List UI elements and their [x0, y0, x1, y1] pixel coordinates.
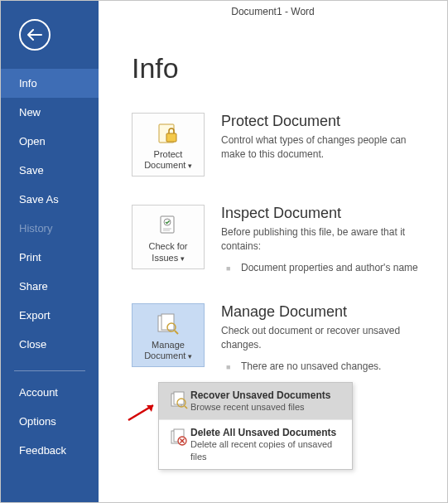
- heading-inspect: Inspect Document: [221, 205, 431, 222]
- sidebar-item-info[interactable]: Info: [1, 69, 99, 98]
- sidebar-item-print[interactable]: Print: [1, 243, 99, 272]
- section-protect: Protect Document Protect Document Contro…: [132, 113, 431, 177]
- backstage-sidebar: Info New Open Save Save As History Print…: [1, 1, 99, 502]
- arrow-left-icon: [27, 29, 42, 41]
- svg-line-7: [175, 331, 178, 334]
- sidebar-item-save[interactable]: Save: [1, 156, 99, 185]
- tile-manage-document[interactable]: Manage Document: [132, 303, 205, 367]
- menu-delete-desc: Delete all recent copies of unsaved file…: [190, 438, 344, 462]
- inspect-list: Document properties and author's name: [221, 260, 431, 275]
- sidebar-item-options[interactable]: Options: [1, 407, 99, 436]
- manage-list-item: There are no unsaved changes.: [221, 359, 431, 374]
- sidebar-item-saveas[interactable]: Save As: [1, 185, 99, 214]
- window-title: Document1 - Word: [231, 6, 314, 17]
- tile-protect-label: Protect Document: [136, 149, 200, 171]
- sidebar-item-history: History: [1, 214, 99, 243]
- svg-line-11: [185, 406, 187, 409]
- desc-protect: Control what types of changes people can…: [221, 133, 431, 162]
- sidebar-item-open[interactable]: Open: [1, 127, 99, 156]
- desc-inspect: Before publishing this file, be aware th…: [221, 225, 431, 254]
- sidebar-divider: [14, 370, 85, 371]
- lock-icon: [157, 120, 180, 147]
- recover-icon: [167, 389, 190, 409]
- sidebar-nav-bottom: Account Options Feedback: [1, 378, 99, 465]
- delete-unsaved-icon: [167, 427, 190, 447]
- inspect-icon: [157, 212, 180, 239]
- menu-recover-desc: Browse recent unsaved files: [190, 401, 344, 413]
- tile-protect-document[interactable]: Protect Document: [132, 113, 205, 177]
- sidebar-nav: Info New Open Save Save As History Print…: [1, 69, 99, 359]
- menu-recover-unsaved[interactable]: Recover Unsaved Documents Browse recent …: [159, 383, 352, 419]
- inspect-list-item: Document properties and author's name: [221, 260, 431, 275]
- sidebar-item-new[interactable]: New: [1, 98, 99, 127]
- svg-rect-1: [166, 133, 176, 142]
- section-inspect: Check for Issues Inspect Document Before…: [132, 205, 431, 275]
- menu-delete-title: Delete All Unsaved Documents: [190, 427, 344, 438]
- sidebar-item-feedback[interactable]: Feedback: [1, 436, 99, 465]
- tile-manage-label: Manage Document: [136, 340, 200, 361]
- sidebar-item-close[interactable]: Close: [1, 330, 99, 359]
- section-manage: Manage Document Manage Document Check ou…: [132, 303, 431, 374]
- manage-document-dropdown: Recover Unsaved Documents Browse recent …: [158, 382, 353, 470]
- page-title: Info: [132, 52, 431, 85]
- tile-inspect-label: Check for Issues: [136, 241, 200, 263]
- back-button[interactable]: [19, 19, 51, 51]
- heading-protect: Protect Document: [221, 113, 431, 130]
- heading-manage: Manage Document: [221, 303, 431, 321]
- window-titlebar: Document1 - Word: [99, 1, 447, 26]
- menu-recover-title: Recover Unsaved Documents: [190, 389, 344, 401]
- manage-list: There are no unsaved changes.: [221, 359, 431, 374]
- sidebar-item-share[interactable]: Share: [1, 272, 99, 301]
- tile-check-for-issues[interactable]: Check for Issues: [132, 205, 205, 268]
- sidebar-item-account[interactable]: Account: [1, 378, 99, 407]
- desc-manage: Check out document or recover unsaved ch…: [221, 324, 431, 352]
- sidebar-item-export[interactable]: Export: [1, 301, 99, 330]
- manage-document-icon: [156, 311, 181, 337]
- menu-delete-unsaved[interactable]: Delete All Unsaved Documents Delete all …: [159, 419, 352, 469]
